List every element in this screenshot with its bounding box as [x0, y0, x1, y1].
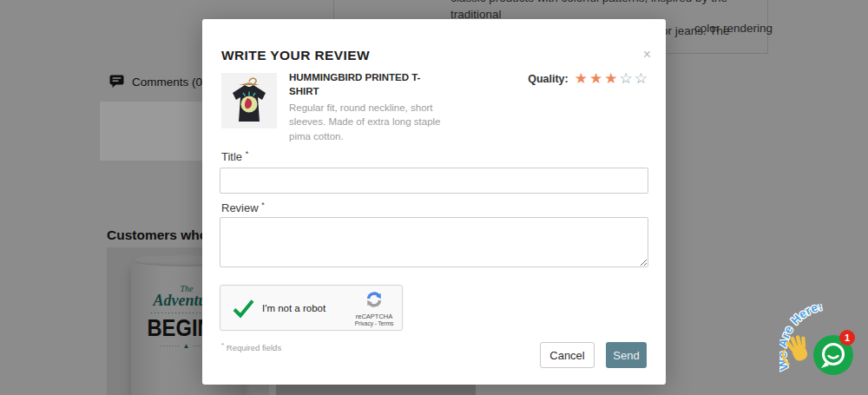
quality-label: Quality:	[528, 73, 569, 85]
title-input[interactable]	[220, 168, 648, 194]
checkmark-icon	[232, 297, 255, 320]
star-filled-icon[interactable]: ★	[589, 70, 604, 87]
recaptcha-logo-icon	[365, 291, 383, 308]
recaptcha-branding: reCAPTCHA Privacy - Terms	[352, 291, 396, 326]
recaptcha-privacy-terms[interactable]: Privacy - Terms	[352, 320, 396, 326]
review-textarea[interactable]	[220, 217, 648, 267]
product-short-description: Regular fit, round neckline, short sleev…	[289, 101, 447, 143]
required-note-text: Required fields	[227, 343, 281, 352]
product-name: HUMMINGBIRD PRINTED T-SHIRT	[289, 71, 430, 98]
star-empty-icon[interactable]: ☆	[620, 70, 635, 87]
recaptcha-label: I'm not a robot	[262, 303, 326, 313]
notification-badge: 1	[839, 330, 855, 346]
product-thumbnail-tshirt	[221, 73, 277, 128]
modal-title: WRITE YOUR REVIEW	[221, 48, 370, 63]
recaptcha-brand-text: reCAPTCHA	[352, 313, 396, 320]
badge-count: 1	[845, 332, 850, 343]
recaptcha-widget[interactable]: I'm not a robot reCAPTCHA Privacy - Term…	[220, 285, 403, 331]
star-filled-icon[interactable]: ★	[604, 70, 619, 87]
star-empty-icon[interactable]: ☆	[635, 70, 649, 87]
required-asterisk: *	[261, 201, 265, 209]
title-field-label: Title *	[221, 149, 248, 163]
screen: classic products with colorful patterns,…	[0, 0, 868, 395]
review-label-text: Review	[221, 201, 259, 214]
title-label-text: Title	[221, 150, 242, 163]
cancel-button[interactable]: Cancel	[540, 342, 595, 368]
quality-stars[interactable]: ★★★☆☆	[575, 71, 649, 86]
send-button[interactable]: Send	[606, 342, 647, 368]
close-icon[interactable]: ×	[643, 48, 651, 62]
required-asterisk: *	[221, 341, 224, 349]
required-asterisk: *	[246, 149, 249, 158]
star-filled-icon[interactable]: ★	[575, 70, 589, 87]
chat-widget[interactable]: We Are Here! 1	[779, 304, 866, 395]
quality-rating: Quality: ★★★☆☆	[528, 71, 649, 86]
review-field-label: Review *	[221, 201, 265, 214]
write-review-modal: WRITE YOUR REVIEW × HUMMINGBIRD PRINTED …	[202, 19, 666, 385]
required-fields-note: * Required fields	[221, 341, 281, 352]
